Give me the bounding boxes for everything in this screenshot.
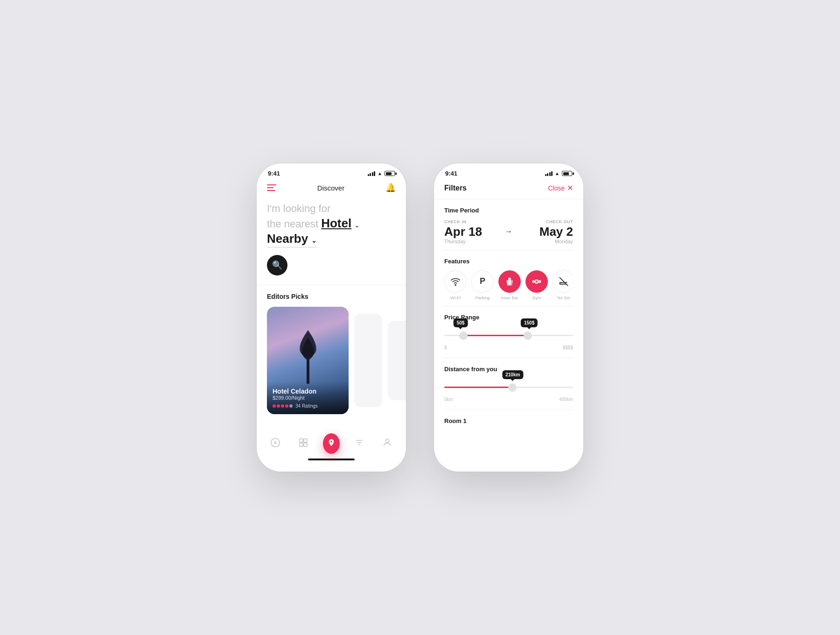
svg-rect-13	[539, 281, 540, 282]
distance-slider-fill	[444, 387, 512, 388]
hotel-dropdown-arrow: ⌄	[354, 221, 360, 229]
hero-line1: I'm looking for	[267, 203, 330, 214]
status-time-1: 9:41	[268, 170, 280, 177]
nav-item-grid[interactable]	[295, 435, 312, 452]
distance-tooltip: 210km	[502, 370, 523, 379]
nav-item-compass[interactable]	[267, 435, 284, 452]
nearby-dropdown[interactable]: Nearby ⌄	[267, 231, 317, 247]
close-icon: ✕	[567, 183, 573, 192]
cards-row: Hotel Celadon $299.00/Night 34 Ratings	[267, 307, 396, 414]
status-icons-2: ▲	[545, 171, 572, 176]
filters-title: Filters	[444, 184, 467, 192]
check-in-date: Apr 18	[444, 225, 500, 239]
home-indicator	[308, 459, 355, 460]
distance-slider[interactable]: 210km	[444, 378, 573, 397]
price-slider-track: 50$ 150$	[444, 335, 573, 336]
bottom-navigation	[257, 430, 406, 472]
svg-point-2	[274, 442, 276, 444]
close-button[interactable]: Close ✕	[548, 183, 573, 192]
feature-inner-bar[interactable]: Inner Bar	[498, 270, 521, 300]
close-label: Close	[548, 184, 565, 192]
price-tooltip-max: 150$	[521, 318, 538, 327]
tree-silhouette-icon	[296, 325, 320, 386]
check-out-label: CHECK OUT	[517, 219, 573, 224]
wifi-label: WI-FI	[450, 296, 461, 300]
star-5	[289, 404, 293, 408]
svg-rect-6	[304, 443, 307, 446]
gym-label: Gym	[532, 296, 541, 300]
notification-icon[interactable]: 🔔	[385, 183, 396, 193]
distance-thumb[interactable]: 210km	[508, 383, 517, 392]
hotel-card-main[interactable]: Hotel Celadon $299.00/Night 34 Ratings	[267, 307, 349, 414]
check-in-day: Thursday	[444, 239, 500, 244]
distance-slider-track: 210km	[444, 387, 573, 388]
grid-icon	[298, 437, 308, 450]
no-smoking-label: No Sm	[557, 296, 570, 300]
room-section: Room 1	[444, 410, 573, 432]
check-in-block[interactable]: CHECK IN Apr 18 Thursday	[444, 219, 500, 244]
hero-section: I'm looking for the nearest Hotel ⌄ Near…	[257, 198, 406, 285]
editors-picks-title: Editors Picks	[267, 293, 396, 300]
price-range-section: Price Range 50$ 150$ $ $$$$	[444, 306, 573, 358]
date-arrow-icon: →	[500, 227, 517, 236]
price-tooltip-min: 50$	[454, 318, 468, 327]
nav-header: Discover 🔔	[257, 179, 406, 198]
check-out-block[interactable]: CHECK OUT May 2 Monday	[517, 219, 573, 244]
filters-header: Filters Close ✕	[434, 179, 583, 199]
wifi-feature-icon	[444, 270, 467, 293]
check-out-date: May 2	[517, 225, 573, 239]
star-4	[285, 404, 288, 408]
price-thumb-min[interactable]: 50$	[459, 332, 468, 340]
time-period-section: Time Period CHECK IN Apr 18 Thursday → C…	[444, 199, 573, 250]
hotel-dropdown[interactable]: Hotel	[321, 216, 351, 230]
svg-point-11	[455, 284, 456, 285]
features-row: WI-FI P Parking Inner Bar	[444, 270, 573, 300]
features-section: Features WI-FI P Parking	[444, 250, 573, 306]
feature-parking[interactable]: P Parking	[471, 270, 494, 300]
nav-item-location[interactable]	[323, 435, 340, 452]
hero-line2: the nearest Hotel ⌄	[267, 218, 360, 230]
price-slider[interactable]: 50$ 150$	[444, 326, 573, 345]
svg-rect-5	[300, 443, 303, 446]
search-button[interactable]: 🔍	[267, 255, 287, 275]
distance-range-labels: 0km 400km	[444, 397, 573, 402]
svg-rect-4	[304, 438, 307, 442]
parking-feature-icon: P	[471, 270, 494, 293]
star-3	[281, 404, 284, 408]
location-active-bg	[323, 433, 340, 454]
star-rating	[273, 404, 293, 408]
star-1	[273, 404, 276, 408]
nav-item-filter[interactable]	[351, 435, 368, 452]
feature-wifi[interactable]: WI-FI	[444, 270, 467, 300]
room-title: Room 1	[444, 417, 573, 424]
svg-point-1	[271, 438, 280, 446]
hotel-ratings: 34 Ratings	[273, 403, 343, 409]
price-thumb-max[interactable]: 150$	[524, 332, 532, 340]
status-icons-1: ▲	[368, 171, 395, 176]
phone-filters: 9:41 ▲ Filters Close ✕ Time Period CHECK…	[434, 163, 583, 472]
rating-count: 34 Ratings	[295, 403, 318, 409]
status-time-2: 9:41	[445, 170, 457, 177]
status-bar-1: 9:41 ▲	[257, 163, 406, 179]
menu-icon[interactable]	[267, 184, 276, 191]
hotel-card-ghost-1[interactable]	[354, 314, 382, 407]
price-range-labels: $ $$$$	[444, 345, 573, 350]
hotel-card-ghost-2[interactable]	[388, 321, 406, 400]
feature-no-smoking[interactable]: No Sm	[553, 270, 573, 300]
inner-bar-label: Inner Bar	[501, 296, 518, 300]
wifi-status-icon: ▲	[378, 171, 382, 176]
signal-icon	[368, 171, 376, 176]
hotel-card-name: Hotel Celadon	[273, 388, 343, 395]
location-icon	[327, 438, 336, 449]
parking-label: Parking	[476, 296, 490, 300]
features-title: Features	[444, 258, 573, 265]
compass-icon	[270, 437, 280, 450]
nav-item-profile[interactable]	[379, 435, 396, 452]
feature-gym[interactable]: Gym	[525, 270, 548, 300]
time-period-title: Time Period	[444, 207, 573, 214]
check-out-day: Monday	[517, 239, 573, 244]
distance-max-label: 400km	[559, 397, 573, 402]
section-divider	[257, 285, 406, 285]
no-smoking-feature-icon	[553, 270, 573, 293]
filters-content: Time Period CHECK IN Apr 18 Thursday → C…	[434, 199, 583, 466]
